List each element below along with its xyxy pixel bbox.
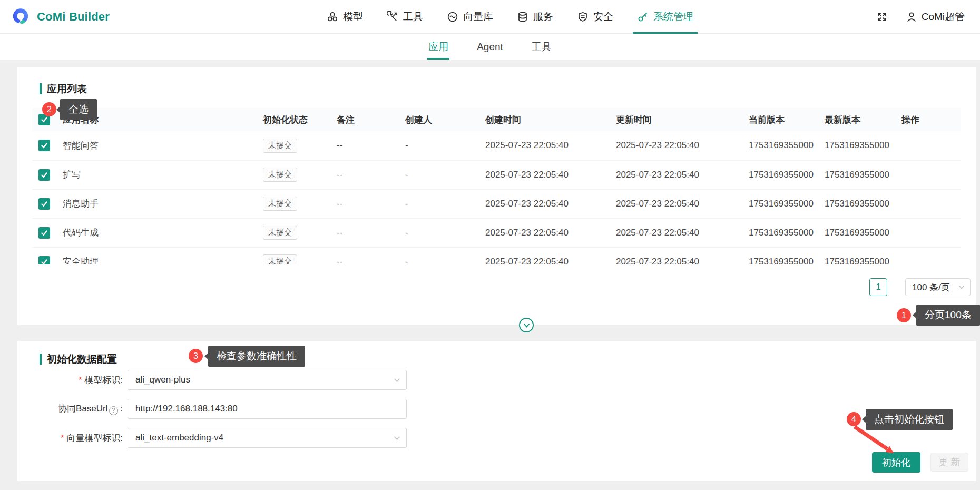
vector-wave-icon	[447, 11, 458, 23]
cell-latest-version: 1753169355000	[821, 189, 898, 218]
main-nav: 模型 工具 向量库	[327, 0, 693, 34]
col-header: 当前版本	[746, 108, 821, 131]
cell-app-name: 代码生成	[60, 218, 260, 247]
app-header: CoMi Builder 模型 工具 向量	[0, 0, 980, 34]
annotation-tip-pagination: 分页100条	[916, 305, 980, 326]
cell-actions	[898, 189, 961, 218]
nav-item-system-admin[interactable]: 系统管理	[637, 0, 693, 34]
cell-latest-version: 1753169355000	[821, 160, 898, 189]
status-badge: 未提交	[263, 254, 297, 264]
form-row-model-id: 模型标识: ali_qwen-plus	[32, 370, 961, 390]
table-row: 消息助手 未提交 -- - 2025-07-23 22:05:40 2025-0…	[32, 189, 961, 218]
cell-actions	[898, 131, 961, 160]
user-name: CoMi超管	[922, 10, 965, 24]
nav-item-model[interactable]: 模型	[327, 0, 363, 34]
init-config-card: 初始化数据配置 模型标识: ali_qwen-plus 协同BaseUrl? :…	[17, 341, 976, 481]
cell-updated: 2025-07-23 22:05:40	[613, 218, 746, 247]
nav-label: 安全	[593, 10, 613, 24]
cell-creator: -	[402, 218, 482, 247]
nav-label: 系统管理	[653, 10, 693, 24]
brand: CoMi Builder	[11, 0, 110, 34]
page: CoMi Builder 模型 工具 向量	[0, 0, 980, 481]
comi-logo-icon	[11, 7, 31, 27]
row-checkbox[interactable]	[38, 256, 50, 265]
chevron-down-icon	[393, 434, 401, 442]
cell-created: 2025-07-23 22:05:40	[482, 131, 613, 160]
cell-latest-version: 1753169355000	[821, 218, 898, 247]
shield-icon	[577, 11, 589, 23]
base-url-input[interactable]: http://192.168.188.143:80	[128, 399, 407, 419]
cell-actions	[898, 160, 961, 189]
col-header: 创建时间	[482, 108, 613, 131]
annotation-badge-3: 3	[189, 349, 203, 363]
help-icon[interactable]: ?	[109, 406, 118, 415]
cell-created: 2025-07-23 22:05:40	[482, 189, 613, 218]
cell-updated: 2025-07-23 22:05:40	[613, 247, 746, 264]
cell-latest-version: 1753169355000	[821, 247, 898, 264]
cell-actions	[898, 247, 961, 264]
base-url-value: http://192.168.188.143:80	[135, 404, 238, 414]
cell-current-version: 1753169355000	[746, 189, 821, 218]
page-number-button[interactable]: 1	[869, 278, 887, 296]
row-checkbox[interactable]	[38, 169, 50, 181]
nav-item-tools[interactable]: 工具	[387, 0, 423, 34]
col-header: 初始化状态	[260, 108, 334, 131]
cell-creator: -	[402, 131, 482, 160]
nav-item-service[interactable]: 服务	[517, 0, 553, 34]
page-size-value: 100 条/页	[912, 281, 950, 293]
form-row-base-url: 协同BaseUrl? : http://192.168.188.143:80	[32, 399, 961, 419]
cell-app-name: 安全助理	[60, 247, 260, 264]
cell-latest-version: 1753169355000	[821, 131, 898, 160]
nav-label: 模型	[343, 10, 363, 24]
tab-app[interactable]: 应用	[427, 40, 449, 54]
cell-app-name: 消息助手	[60, 189, 260, 218]
table-row: 智能问答 未提交 -- - 2025-07-23 22:05:40 2025-0…	[32, 131, 961, 160]
app-table: 应用名称 初始化状态 备注 创建人 创建时间 更新时间 当前版本 最新版本 操作	[32, 108, 961, 264]
app-list-card: 应用列表 应用名称 初始化状态 备注 创建人 创建时间 更新时	[17, 67, 976, 325]
user-menu[interactable]: CoMi超管	[906, 10, 965, 24]
col-header: 最新版本	[821, 108, 898, 131]
cell-current-version: 1753169355000	[746, 160, 821, 189]
nav-label: 服务	[533, 10, 553, 24]
cell-creator: -	[402, 189, 482, 218]
base-url-label: 协同BaseUrl? :	[32, 403, 123, 415]
cell-created: 2025-07-23 22:05:40	[482, 160, 613, 189]
update-button[interactable]: 更 新	[930, 453, 968, 472]
nav-label: 向量库	[463, 10, 493, 24]
page-size-select[interactable]: 100 条/页	[905, 278, 971, 296]
cell-creator: -	[402, 247, 482, 264]
expand-more-icon[interactable]	[519, 318, 534, 332]
pagination: 1 100 条/页	[32, 278, 971, 296]
tab-tools[interactable]: 工具	[531, 40, 553, 54]
table-row: 安全助理 未提交 -- - 2025-07-23 22:05:40 2025-0…	[32, 247, 961, 264]
status-badge: 未提交	[263, 139, 297, 153]
tools-icon	[387, 11, 398, 23]
row-checkbox[interactable]	[38, 227, 50, 239]
annotation-badge-4: 4	[847, 412, 861, 426]
cell-remark: --	[334, 160, 402, 189]
embedding-id-select[interactable]: ali_text-embedding-v4	[128, 428, 407, 448]
tab-agent[interactable]: Agent	[476, 41, 504, 53]
cell-remark: --	[334, 218, 402, 247]
chevron-down-icon	[958, 283, 965, 291]
row-checkbox[interactable]	[38, 198, 50, 210]
fullscreen-icon[interactable]	[876, 11, 888, 23]
cell-updated: 2025-07-23 22:05:40	[613, 131, 746, 160]
cell-remark: --	[334, 131, 402, 160]
col-header: 备注	[334, 108, 402, 131]
cell-remark: --	[334, 247, 402, 264]
cell-created: 2025-07-23 22:05:40	[482, 247, 613, 264]
base-url-label-text: 协同BaseUrl	[58, 404, 107, 414]
cell-updated: 2025-07-23 22:05:40	[613, 189, 746, 218]
table-row: 代码生成 未提交 -- - 2025-07-23 22:05:40 2025-0…	[32, 218, 961, 247]
model-id-select[interactable]: ali_qwen-plus	[128, 370, 407, 390]
cell-actions	[898, 218, 961, 247]
nav-item-vector[interactable]: 向量库	[447, 0, 493, 34]
row-checkbox[interactable]	[38, 140, 50, 151]
col-header: 操作	[898, 108, 961, 131]
table-row: 扩写 未提交 -- - 2025-07-23 22:05:40 2025-07-…	[32, 160, 961, 189]
base-url-colon: :	[120, 404, 123, 414]
col-header: 更新时间	[613, 108, 746, 131]
nav-item-security[interactable]: 安全	[577, 0, 613, 34]
user-icon	[906, 11, 917, 23]
